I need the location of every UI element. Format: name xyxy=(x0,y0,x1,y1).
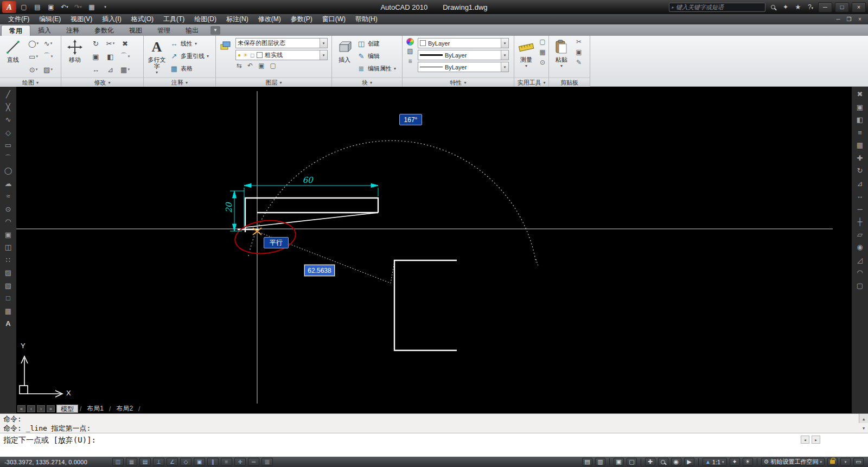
maximize-button[interactable]: □ xyxy=(835,2,849,12)
infer-constraints-toggle[interactable]: ◫ xyxy=(112,458,124,466)
steering-wheel-icon[interactable]: ◉ xyxy=(671,458,681,466)
show-motion-icon[interactable]: ▶ xyxy=(684,458,694,466)
explode-tool-icon[interactable]: ▢ xyxy=(857,282,863,290)
join-tool-icon[interactable]: ◉ xyxy=(857,243,863,252)
polyline-tool-icon[interactable]: ∿▾ xyxy=(41,37,55,50)
lineweight-toggle[interactable]: ═ xyxy=(248,458,259,466)
multileader-button[interactable]: ↗ 多重引线▾ xyxy=(170,50,209,61)
fillet-tool2-icon[interactable]: ◠ xyxy=(857,268,863,277)
break-tool-icon[interactable]: ▱ xyxy=(857,231,863,239)
match-properties-icon[interactable]: ▧ xyxy=(407,47,413,56)
cmd-next-icon[interactable]: ▸ xyxy=(812,436,820,444)
insert-tool-icon[interactable]: ▣ xyxy=(5,231,11,239)
layer-match-icon[interactable]: ⇆ xyxy=(237,62,242,71)
autocad-logo-icon[interactable]: A xyxy=(2,1,16,13)
paper-space-icon[interactable]: ▥ xyxy=(595,458,605,466)
menu-edit[interactable]: 编辑(E) xyxy=(34,14,66,24)
edit-attributes-button[interactable]: ≣ 编辑属性▾ xyxy=(357,63,396,74)
tab-home[interactable]: 常用 xyxy=(1,25,30,36)
coordinates-readout[interactable]: -303.3972, 1335.2714, 0.0000 xyxy=(4,459,110,465)
block-tool-icon[interactable]: ◫ xyxy=(5,243,11,252)
search-icon[interactable] xyxy=(768,3,778,11)
layer-thaw-icon[interactable]: ☀ xyxy=(243,52,248,58)
scale-tool-icon[interactable]: ⊿ xyxy=(103,63,118,76)
prev-layout-icon[interactable]: ‹ xyxy=(27,405,35,412)
properties-list-icon[interactable]: ≡ xyxy=(408,57,412,66)
quick-properties-toggle[interactable]: ▥ xyxy=(261,458,273,466)
otrack-toggle[interactable]: ∥ xyxy=(207,458,219,466)
ribbon-minimize-icon[interactable]: ▼ xyxy=(210,26,220,35)
copy-clip-icon[interactable]: ▣ xyxy=(576,48,582,57)
erase-tool-icon[interactable]: ✖ xyxy=(118,37,132,50)
tab-layout1[interactable]: 布局1 xyxy=(83,405,107,413)
xline-tool-icon[interactable]: ╳ xyxy=(6,103,10,112)
status-menu-icon[interactable]: ▾ xyxy=(840,458,851,466)
menu-insert[interactable]: 插入(I) xyxy=(97,14,126,24)
measure-button[interactable]: 测量▾ xyxy=(516,37,537,76)
trim-tool2-icon[interactable]: ─ xyxy=(857,205,862,214)
offset-tool-icon[interactable]: ≡ xyxy=(858,129,862,137)
close-button[interactable]: × xyxy=(852,2,866,12)
rectangle-tool-icon[interactable]: ▭▾ xyxy=(26,50,41,63)
tab-output[interactable]: 输出 xyxy=(178,25,206,36)
region-tool-icon[interactable]: □ xyxy=(6,294,10,303)
pline-tool-icon[interactable]: ∿ xyxy=(5,116,11,124)
polygon-tool-icon[interactable]: ◇ xyxy=(5,129,11,137)
polar-toggle[interactable]: ∠ xyxy=(167,458,178,466)
mirror-tool-icon[interactable]: ◧ xyxy=(103,50,118,63)
extend-tool-icon[interactable]: ┼ xyxy=(857,217,862,226)
erase-tool2-icon[interactable]: ✖ xyxy=(857,90,863,99)
favorites-star-icon[interactable]: ★ xyxy=(793,3,803,11)
paste-button[interactable]: 粘贴▾ xyxy=(551,37,572,76)
mtext-button[interactable]: A 多行文字▾ xyxy=(145,37,168,76)
ortho-toggle[interactable]: ⊥ xyxy=(153,458,164,466)
trim-tool-icon[interactable]: ✂▾ xyxy=(103,37,118,50)
layer-unisolate-icon[interactable]: ▢ xyxy=(270,62,276,71)
communication-center-icon[interactable]: ✦ xyxy=(781,3,790,11)
menu-dimension[interactable]: 标注(N) xyxy=(221,14,253,24)
doc-restore-icon[interactable]: ❐ xyxy=(844,15,854,23)
scroll-down-icon[interactable]: ▼ xyxy=(863,424,865,433)
circle-tool-icon[interactable]: ◯▾ xyxy=(26,37,41,50)
line-button[interactable]: 直线 xyxy=(2,37,24,76)
search-history-icon[interactable]: ▸ xyxy=(672,5,674,10)
plot-icon[interactable]: ▦ xyxy=(86,2,98,12)
insert-block-button[interactable]: 插入 xyxy=(334,37,355,76)
annotation-scale-button[interactable]: ▲ 1:1▾ xyxy=(703,458,727,466)
autoscale-icon[interactable]: ☀ xyxy=(743,458,753,466)
command-scrollbar[interactable]: ▲ ▼ xyxy=(859,414,868,423)
quick-view-layouts-icon[interactable]: ▢ xyxy=(627,458,637,466)
clean-screen-icon[interactable]: ▭ xyxy=(853,458,864,466)
array-tool-icon[interactable]: ▦▾ xyxy=(118,63,132,76)
menu-view[interactable]: 视图(V) xyxy=(66,14,97,24)
hatch-tool-icon[interactable]: ▨▾ xyxy=(41,63,55,76)
toolbar-lock-icon[interactable] xyxy=(827,458,838,466)
layer-state-dropdown[interactable]: 未保存的图层状态▾ xyxy=(235,38,328,48)
stretch-tool-icon[interactable]: ↔ xyxy=(88,63,103,76)
model-space-icon[interactable]: ▤ xyxy=(582,458,592,466)
layer-dropdown[interactable]: ● ☀ ◻ 粗实线▾ xyxy=(235,50,328,60)
pan-icon[interactable]: ✚ xyxy=(645,458,655,466)
color-dropdown[interactable]: ByLayer▾ xyxy=(418,38,509,48)
panel-properties-title[interactable]: 特性▾ xyxy=(403,78,514,87)
circle2-tool-icon[interactable]: ◯ xyxy=(4,167,12,175)
cmd-prev-icon[interactable]: ◂ xyxy=(801,436,809,444)
layer-properties-button[interactable] xyxy=(218,37,234,76)
panel-modify-title[interactable]: 修改▾ xyxy=(61,78,143,87)
chamfer-tool-icon[interactable]: ◿ xyxy=(857,256,863,265)
quick-calc-icon[interactable]: ▦ xyxy=(539,48,545,57)
layer-isolate-icon[interactable]: ▣ xyxy=(258,62,264,71)
annotation-visibility-icon[interactable]: ✦ xyxy=(730,458,740,466)
menu-file[interactable]: 文件(F) xyxy=(3,14,34,24)
tab-parametric[interactable]: 参数化 xyxy=(87,25,122,36)
search-input[interactable]: ▸ 键入关键字或短语 xyxy=(669,3,765,12)
id-point-icon[interactable]: ⊙ xyxy=(540,59,545,67)
quick-select-icon[interactable]: ▢ xyxy=(539,38,545,47)
help-icon[interactable]: ?▾ xyxy=(806,3,815,11)
rect-tool-icon[interactable]: ▭ xyxy=(5,141,11,150)
layer-color-swatch[interactable] xyxy=(257,52,263,58)
snap-toggle[interactable]: ▦ xyxy=(126,458,137,466)
object-color-icon[interactable] xyxy=(406,38,414,46)
rotate-tool2-icon[interactable]: ↻ xyxy=(857,167,863,175)
drawing-viewport[interactable]: 167° 60 20 平行 62.5638 Y X « ‹ › » 模型 / 布… xyxy=(16,87,852,413)
